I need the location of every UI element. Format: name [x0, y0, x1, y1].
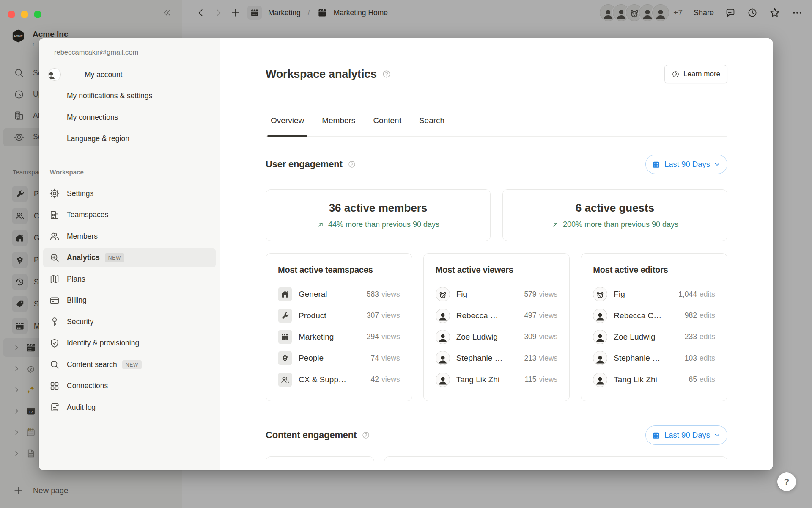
- leaderboard-row: Zoe Ludwig 309views: [436, 326, 558, 348]
- leaderboard-row: General 583views: [278, 284, 400, 305]
- building-icon: [49, 210, 60, 221]
- date-range-dropdown[interactable]: Last 90 Days: [645, 425, 727, 445]
- leaderboard-row: CX & Supp… 42views: [278, 369, 400, 390]
- stat-card: 6 active guests 200% more than previous …: [502, 189, 727, 241]
- tab[interactable]: Search: [417, 105, 446, 136]
- leaderboard-row: Rebecca C… 982edits: [593, 305, 715, 326]
- leaderboard-card-viewers: Most active viewers Fig 579views: [423, 253, 570, 401]
- person-icon: [595, 311, 606, 322]
- leaderboard-row: Rebecca … 497views: [436, 305, 558, 326]
- key-icon: [49, 316, 60, 327]
- section-heading: User engagement: [266, 159, 343, 170]
- person-icon: [595, 354, 606, 365]
- leaderboard-row: Tang Lik Zhi 65edits: [593, 369, 715, 390]
- settings-nav-item[interactable]: Billing: [43, 291, 216, 310]
- leaderboard-row: Fig 579views: [436, 284, 558, 305]
- question-circle-icon[interactable]: [362, 431, 370, 439]
- home-icon: [280, 290, 290, 299]
- leaderboard-card-teamspaces: Most active teamspaces General 583views: [266, 253, 412, 401]
- chevron-down-icon: [714, 432, 720, 439]
- arrow-up-right-icon: [317, 221, 324, 229]
- content-engagement-card: [266, 456, 374, 470]
- content-engagement-header: Content engagement Last 90 Days: [266, 425, 727, 445]
- stat-value: 36 active members: [329, 202, 428, 215]
- leaderboard-row: Stephanie … 103edits: [593, 348, 715, 369]
- settings-nav-item[interactable]: Plans: [43, 270, 216, 288]
- minimize-window-button[interactable]: [21, 11, 28, 18]
- leaderboard-row: Fig 1,044edits: [593, 284, 715, 305]
- settings-nav-item[interactable]: My notifications & settings: [43, 87, 216, 105]
- clapperboard-icon: [280, 332, 290, 342]
- date-range-dropdown[interactable]: Last 90 Days: [645, 155, 727, 174]
- question-circle-icon[interactable]: [348, 160, 356, 168]
- settings-nav-item[interactable]: Content search NEW: [43, 355, 216, 374]
- stat-delta: 200% more than previous 90 days: [551, 220, 678, 229]
- settings-nav-item[interactable]: Language & region: [43, 130, 216, 148]
- analytics-tabs: Overview Members Content Search: [266, 105, 727, 137]
- stat-value: 6 active guests: [576, 202, 654, 215]
- person-icon: [48, 70, 56, 80]
- dog-icon: [437, 290, 448, 301]
- search-plus-icon: [49, 252, 60, 263]
- card-icon: [49, 295, 60, 306]
- content-engagement-card: [384, 456, 727, 470]
- account-settings-list: My account My notifications & settings: [39, 65, 220, 151]
- stat-delta: 44% more than previous 90 days: [317, 220, 439, 229]
- tab[interactable]: Content: [371, 105, 403, 136]
- leaderboard-row: Tang Lik Zhi 115views: [436, 369, 558, 390]
- person-icon: [595, 375, 606, 386]
- stat-cards: 36 active members 44% more than previous…: [266, 189, 727, 241]
- settings-nav-item[interactable]: Members: [43, 227, 216, 246]
- divider: [266, 97, 727, 97]
- settings-nav-item[interactable]: Teamspaces: [43, 206, 216, 224]
- question-circle-icon[interactable]: [382, 69, 391, 79]
- search-icon: [49, 359, 60, 370]
- wrench-icon: [280, 311, 290, 320]
- leaderboard-row: Marketing 294views: [278, 326, 400, 348]
- leaderboard-row: Stephanie … 213views: [436, 348, 558, 369]
- page-title: Workspace analytics: [266, 68, 377, 81]
- person-icon: [437, 332, 448, 343]
- workspace-section-label: Workspace: [50, 168, 84, 176]
- settings-nav-item[interactable]: Analytics NEW: [43, 248, 216, 267]
- leaderboard-card-editors: Most active editors Fig 1,044edits: [581, 253, 727, 401]
- new-badge: NEW: [122, 360, 142, 369]
- close-window-button[interactable]: [8, 11, 15, 18]
- question-circle-icon: [672, 70, 680, 78]
- settings-nav-item[interactable]: My connections: [43, 108, 216, 127]
- leaderboard-row: Zoe Ludwig 233edits: [593, 326, 715, 348]
- section-heading: Content engagement: [266, 430, 357, 441]
- new-badge: NEW: [105, 253, 124, 262]
- dog-icon: [595, 290, 606, 301]
- learn-more-button[interactable]: Learn more: [664, 65, 727, 83]
- account-email: rebeccamcakir@gmail.com: [54, 48, 211, 56]
- tab[interactable]: Members: [320, 105, 357, 136]
- notion-window: Marketing / Marketing Home +7 Share ACME: [0, 0, 812, 508]
- settings-nav-item[interactable]: Connections: [43, 377, 216, 395]
- settings-nav-item[interactable]: Identity & provisioning: [43, 334, 216, 353]
- calendar-icon: [652, 431, 661, 440]
- settings-nav-item[interactable]: Audit log: [43, 398, 216, 417]
- user-avatar: [48, 68, 61, 81]
- settings-nav-item[interactable]: My account: [43, 65, 216, 84]
- person-icon: [437, 354, 448, 365]
- zoom-window-button[interactable]: [34, 11, 41, 18]
- calendar-icon: [652, 160, 661, 169]
- settings-nav-item[interactable]: Settings: [43, 184, 216, 203]
- leaderboard-row: Product 307views: [278, 305, 400, 326]
- person-icon: [437, 375, 448, 386]
- shield-check-icon: [49, 338, 60, 349]
- settings-nav-item[interactable]: Security: [43, 312, 216, 331]
- people-icon: [280, 375, 290, 384]
- user-engagement-header: User engagement Last 90 Days: [266, 155, 727, 174]
- settings-content: Workspace analytics Learn more Overview …: [220, 38, 773, 470]
- chevron-down-icon: [714, 161, 720, 168]
- arrow-up-right-icon: [551, 221, 559, 229]
- flower-icon: [280, 353, 290, 363]
- scroll-icon: [49, 402, 60, 413]
- tab[interactable]: Overview: [269, 105, 306, 136]
- people-icon: [49, 231, 60, 242]
- help-button[interactable]: ?: [777, 472, 796, 491]
- person-icon: [595, 332, 606, 343]
- leaderboard-row: People 74views: [278, 348, 400, 369]
